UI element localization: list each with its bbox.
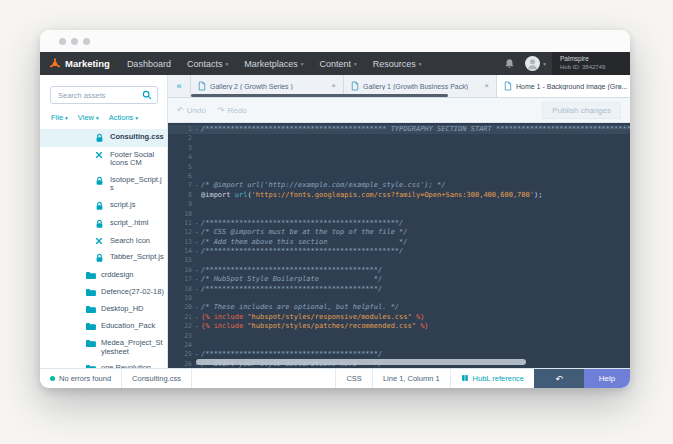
- status-hubl-reference[interactable]: HubL reference: [450, 369, 534, 388]
- account-chevron-down-icon[interactable]: ▾: [543, 61, 546, 67]
- code-line[interactable]: 2: [168, 134, 630, 143]
- code-line[interactable]: 6: [168, 172, 630, 181]
- code-line[interactable]: 20▾/* These includes are optional, but h…: [168, 303, 630, 312]
- tree-item-isotope-script-js[interactable]: Isotope_Script.js: [40, 172, 167, 197]
- nav-item-label: Content: [320, 59, 352, 69]
- hubspot-brand[interactable]: Marketing: [49, 58, 110, 70]
- code-line-content: /***************************************…: [201, 266, 630, 275]
- close-tab-icon[interactable]: ×: [331, 82, 336, 90]
- code-line[interactable]: 15: [168, 256, 630, 265]
- fold-caret-icon[interactable]: ▾: [192, 313, 201, 322]
- document-icon: [351, 81, 359, 91]
- code-editor[interactable]: 1▾/*************************************…: [168, 123, 630, 368]
- code-line[interactable]: 22▾{% include "hubspot/styles/patches/re…: [168, 322, 630, 331]
- status-undo-button[interactable]: ↶: [534, 369, 584, 388]
- tree-item-label: script_.html: [110, 219, 148, 227]
- tree-item-medea-project-stylesheet[interactable]: Medea_Project_Stylesheet: [40, 335, 167, 360]
- redo-button[interactable]: ↷ Redo: [218, 106, 247, 115]
- nav-item-contacts[interactable]: Contacts▾: [187, 59, 228, 69]
- tree-item-desktop-hd[interactable]: Desktop_HD: [40, 301, 167, 318]
- code-line[interactable]: 3: [168, 144, 630, 153]
- tree-item-script-js[interactable]: script.js: [40, 197, 167, 215]
- tree-item-one-revolution[interactable]: one Revolution: [40, 360, 167, 368]
- code-line-content: /***************************************…: [201, 247, 630, 256]
- status-filename[interactable]: Consulting.css: [122, 369, 192, 388]
- tree-item-footer-social-icons-cm[interactable]: Footer Social Icons CM: [40, 147, 167, 172]
- tree-item-label: Isotope_Script.js: [110, 176, 165, 193]
- nav-item-marketplaces[interactable]: Marketplaces▾: [244, 59, 303, 69]
- status-cursor: Line 1, Column 1: [372, 369, 450, 388]
- code-line[interactable]: 4: [168, 153, 630, 162]
- code-line[interactable]: 18▾/************************************…: [168, 285, 630, 294]
- editor-toolbar: ↶ Undo ↷ Redo Publish changes: [168, 98, 630, 123]
- collapse-sidebar-button[interactable]: «: [168, 75, 191, 97]
- account-info[interactable]: Palmspire Hub ID: 3842749: [552, 52, 630, 75]
- code-line-content: /* @import url('http://example.com/examp…: [201, 181, 630, 190]
- tab-overflow-menu-button[interactable]: ▾: [610, 75, 630, 97]
- fold-caret-icon[interactable]: ▾: [192, 219, 201, 228]
- fold-caret-icon[interactable]: ▾: [192, 181, 201, 190]
- tree-item-defence-27-02-18[interactable]: Defence(27-02-18): [40, 284, 167, 301]
- code-line[interactable]: 7▾/* @import url('http://example.com/exa…: [168, 181, 630, 190]
- close-tab-icon[interactable]: ×: [484, 82, 489, 90]
- line-number: 12: [168, 228, 192, 237]
- sidebar-menu-view[interactable]: View▾: [78, 113, 99, 122]
- code-line[interactable]: 1▾/*************************************…: [168, 125, 630, 134]
- fold-caret-icon[interactable]: ▾: [192, 266, 201, 275]
- tree-item-tabber-script-js[interactable]: Tabber_Script.js: [40, 249, 167, 267]
- code-line[interactable]: 19: [168, 294, 630, 303]
- tree-item-crddesign[interactable]: crddesign: [40, 267, 167, 284]
- fold-caret-icon[interactable]: ▾: [192, 247, 201, 256]
- code-line[interactable]: 8@import url('https://fonts.googleapis.c…: [168, 191, 630, 200]
- nav-item-label: Resources: [373, 59, 416, 69]
- nav-item-dashboard[interactable]: Dashboard: [127, 59, 171, 69]
- status-help-button[interactable]: Help: [584, 369, 630, 388]
- window-control-dot[interactable]: [83, 38, 90, 45]
- code-line[interactable]: 13▾/* Add them above this section */: [168, 238, 630, 247]
- publish-changes-button[interactable]: Publish changes: [542, 102, 621, 119]
- finder-sidebar: File▾View▾Actions▾ Consulting.cssFooter …: [40, 75, 168, 368]
- collapse-chevrons-icon: «: [176, 81, 181, 91]
- code-line[interactable]: 21▾{% include "hubspot/styles/responsive…: [168, 313, 630, 322]
- search-input[interactable]: [56, 90, 139, 101]
- window-control-dot[interactable]: [59, 38, 66, 45]
- code-line[interactable]: 11▾/************************************…: [168, 219, 630, 228]
- code-line[interactable]: 9: [168, 200, 630, 209]
- tree-item-consulting-css[interactable]: Consulting.css: [40, 129, 167, 147]
- window-titlebar: [40, 30, 630, 52]
- sidebar-menu-actions[interactable]: Actions▾: [109, 113, 138, 122]
- search-icon[interactable]: [142, 86, 152, 104]
- tree-item-search-icon[interactable]: Search Icon: [40, 233, 167, 249]
- code-line[interactable]: 12▾/* CSS @imports must be at the top of…: [168, 228, 630, 237]
- fold-caret-icon[interactable]: ▾: [192, 238, 201, 247]
- line-number: 20: [168, 303, 192, 312]
- code-line[interactable]: 5: [168, 163, 630, 172]
- fold-caret-icon[interactable]: ▾: [192, 125, 201, 134]
- code-line[interactable]: 24: [168, 341, 630, 350]
- code-line[interactable]: 10: [168, 210, 630, 219]
- code-line[interactable]: 23: [168, 332, 630, 341]
- undo-button[interactable]: ↶ Undo: [177, 106, 206, 115]
- code-line[interactable]: 14▾/************************************…: [168, 247, 630, 256]
- code-line[interactable]: 16▾/************************************…: [168, 266, 630, 275]
- fold-caret-icon[interactable]: ▾: [192, 322, 201, 331]
- search-box[interactable]: [50, 86, 158, 104]
- fold-gutter: [192, 153, 201, 162]
- notifications-bell-icon[interactable]: [504, 58, 515, 69]
- nav-item-content[interactable]: Content▾: [320, 59, 357, 69]
- tree-item-script-html[interactable]: script_.html: [40, 215, 167, 233]
- tree-item-education-pack[interactable]: Education_Pack: [40, 318, 167, 335]
- fold-caret-icon[interactable]: ▾: [192, 228, 201, 237]
- account-name: Palmspire: [560, 55, 618, 63]
- sidebar-menu-file[interactable]: File▾: [51, 113, 68, 122]
- fold-caret-icon[interactable]: ▾: [192, 303, 201, 312]
- tab-strip-scrollbar[interactable]: [191, 94, 448, 97]
- horizontal-scrollbar[interactable]: [196, 359, 526, 365]
- fold-caret-icon[interactable]: ▾: [192, 275, 201, 284]
- code-line[interactable]: 17▾/* HubSpot Style Boilerplate */: [168, 275, 630, 284]
- avatar[interactable]: [525, 56, 540, 71]
- nav-item-resources[interactable]: Resources▾: [373, 59, 422, 69]
- window-control-dot[interactable]: [71, 38, 78, 45]
- line-number: 18: [168, 285, 192, 294]
- fold-caret-icon[interactable]: ▾: [192, 285, 201, 294]
